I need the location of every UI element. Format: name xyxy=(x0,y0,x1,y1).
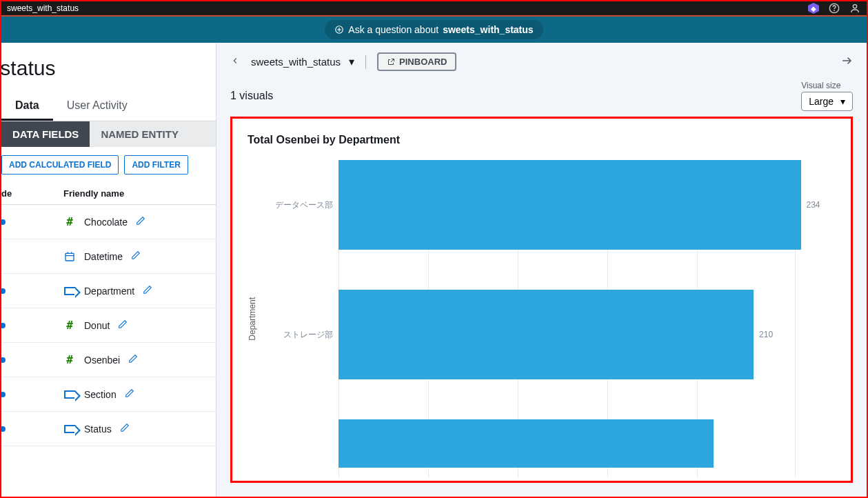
edit-icon[interactable] xyxy=(128,354,138,366)
bar-category: ストレージ部 xyxy=(263,329,339,341)
banner-target: sweets_with_status xyxy=(443,24,534,35)
ask-banner: Ask a question about sweets_with_status xyxy=(1,17,867,43)
bar-value: 234 xyxy=(807,200,820,210)
field-name: Chocolate xyxy=(84,217,128,228)
chart-container: Total Osenbei by Department Department xyxy=(230,117,853,483)
window-titlebar: sweets_with_status ◆ xyxy=(1,1,867,17)
tag-icon xyxy=(63,425,76,433)
bar[interactable] xyxy=(339,419,714,468)
window-title: sweets_with_status xyxy=(7,3,79,13)
svg-point-1 xyxy=(834,10,835,11)
back-icon[interactable] xyxy=(230,56,243,68)
hash-icon: # xyxy=(63,215,76,228)
visual-size-select[interactable]: Large ▾ xyxy=(801,92,853,111)
sparkle-icon xyxy=(334,25,344,34)
edit-icon[interactable] xyxy=(120,423,130,435)
edit-icon[interactable] xyxy=(136,216,145,228)
bar[interactable] xyxy=(339,160,801,250)
svg-rect-4 xyxy=(65,253,74,261)
field-name: Donut xyxy=(84,320,110,331)
visual-size-label: Visual size xyxy=(801,81,853,90)
column-header-de: de xyxy=(1,188,22,199)
indicator-dot-icon xyxy=(1,392,6,397)
bar-value: 210 xyxy=(759,330,773,339)
bar[interactable] xyxy=(339,290,754,379)
edit-icon[interactable] xyxy=(143,285,152,297)
chart-title: Total Osenbei by Department xyxy=(248,134,836,146)
field-name: Section xyxy=(84,389,117,400)
chevron-down-icon[interactable]: ▾ xyxy=(349,55,354,68)
tab-user-activity[interactable]: User Activity xyxy=(53,92,141,121)
tag-icon xyxy=(63,390,76,399)
field-row[interactable]: # Donut xyxy=(1,308,216,343)
column-header-name: Friendly name xyxy=(22,188,124,199)
chart-plot: データベース部 234 ストレージ部 210 xyxy=(263,160,836,478)
hash-icon: # xyxy=(63,319,76,332)
field-row[interactable]: Department xyxy=(1,274,216,308)
left-panel: ith_status Data User Activity DATA FIELD… xyxy=(1,43,216,497)
add-filter-button[interactable]: ADD FILTER xyxy=(124,155,188,175)
edit-icon[interactable] xyxy=(131,250,141,263)
field-name: Status xyxy=(84,424,112,435)
left-tabs: Data User Activity xyxy=(1,92,216,121)
indicator-dot-icon xyxy=(1,357,6,363)
add-calculated-field-button[interactable]: ADD CALCULATED FIELD xyxy=(1,155,119,175)
edit-icon[interactable] xyxy=(118,319,128,332)
indicator-dot-icon xyxy=(1,288,6,294)
edit-icon[interactable] xyxy=(125,388,134,401)
field-row[interactable]: Datetime xyxy=(1,239,216,274)
tab-named-entity[interactable]: NAMED ENTITY xyxy=(90,121,190,147)
bar-row: データベース部 234 xyxy=(263,160,836,250)
page-title: ith_status xyxy=(1,43,216,87)
field-row[interactable]: # Chocolate xyxy=(1,205,216,239)
y-axis-label: Department xyxy=(248,297,257,341)
external-icon xyxy=(387,58,395,66)
bar-category: データベース部 xyxy=(263,199,339,211)
visual-size-value: Large xyxy=(809,96,834,107)
right-panel: sweets_with_status ▾ PINBOARD 1 visuals … xyxy=(216,43,867,497)
divider xyxy=(365,55,366,69)
user-icon[interactable] xyxy=(849,2,861,14)
svg-point-2 xyxy=(853,5,856,8)
hash-icon: # xyxy=(63,353,76,366)
visuals-count: 1 visuals xyxy=(230,90,273,102)
shield-icon[interactable]: ◆ xyxy=(807,2,820,14)
help-icon[interactable] xyxy=(828,2,840,14)
indicator-dot-icon xyxy=(1,219,6,225)
collapse-panel-icon[interactable] xyxy=(840,54,853,70)
pinboard-button[interactable]: PINBOARD xyxy=(377,52,456,71)
breadcrumb[interactable]: sweets_with_status xyxy=(251,56,341,68)
chevron-down-icon: ▾ xyxy=(840,96,845,107)
calendar-icon xyxy=(63,251,76,262)
field-row[interactable]: Section xyxy=(1,377,216,412)
indicator-dot-icon xyxy=(1,426,6,432)
pinboard-label: PINBOARD xyxy=(399,57,447,67)
field-row[interactable]: Status xyxy=(1,412,216,446)
bar-row xyxy=(263,419,836,468)
field-name: Department xyxy=(84,286,134,297)
ask-question-button[interactable]: Ask a question about sweets_with_status xyxy=(325,20,543,39)
indicator-dot-icon xyxy=(1,323,6,328)
tag-icon xyxy=(63,287,76,295)
tab-data-fields[interactable]: DATA FIELDS xyxy=(1,121,90,147)
field-row[interactable]: # Osenbei xyxy=(1,343,216,377)
field-name: Datetime xyxy=(84,251,123,262)
bar-row: ストレージ部 210 xyxy=(263,290,836,379)
banner-prefix: Ask a question about xyxy=(348,24,438,35)
tab-data[interactable]: Data xyxy=(1,92,53,121)
field-name: Osenbei xyxy=(84,355,120,366)
